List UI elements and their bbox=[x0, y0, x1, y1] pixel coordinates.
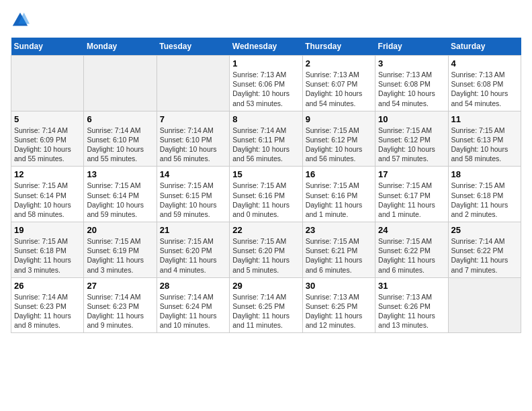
weekday-header-monday: Monday bbox=[84, 38, 157, 56]
logo bbox=[11, 11, 31, 30]
weekday-header-thursday: Thursday bbox=[302, 38, 375, 56]
day-number: 12 bbox=[14, 169, 81, 179]
day-number: 19 bbox=[14, 225, 81, 235]
day-number: 24 bbox=[378, 225, 445, 235]
day-info: Sunrise: 7:13 AM Sunset: 6:08 PM Dayligh… bbox=[451, 70, 518, 108]
day-info: Sunrise: 7:15 AM Sunset: 6:17 PM Dayligh… bbox=[378, 181, 445, 219]
calendar-week-4: 19Sunrise: 7:15 AM Sunset: 6:18 PM Dayli… bbox=[11, 222, 521, 278]
day-number: 11 bbox=[451, 114, 518, 124]
calendar-week-2: 5Sunrise: 7:14 AM Sunset: 6:09 PM Daylig… bbox=[11, 111, 521, 167]
calendar-cell: 12Sunrise: 7:15 AM Sunset: 6:14 PM Dayli… bbox=[11, 167, 84, 222]
calendar-table: SundayMondayTuesdayWednesdayThursdayFrid… bbox=[11, 38, 521, 333]
day-info: Sunrise: 7:14 AM Sunset: 6:22 PM Dayligh… bbox=[451, 236, 518, 275]
day-info: Sunrise: 7:14 AM Sunset: 6:25 PM Dayligh… bbox=[232, 292, 299, 330]
calendar-cell: 6Sunrise: 7:14 AM Sunset: 6:10 PM Daylig… bbox=[84, 111, 157, 167]
day-number: 13 bbox=[87, 169, 153, 179]
calendar-cell: 7Sunrise: 7:14 AM Sunset: 6:10 PM Daylig… bbox=[157, 111, 229, 167]
day-number: 23 bbox=[306, 225, 372, 235]
day-info: Sunrise: 7:14 AM Sunset: 6:23 PM Dayligh… bbox=[87, 292, 153, 330]
calendar-cell: 31Sunrise: 7:13 AM Sunset: 6:26 PM Dayli… bbox=[375, 277, 448, 333]
calendar-cell bbox=[157, 56, 229, 111]
page-header bbox=[11, 11, 521, 30]
day-number: 27 bbox=[87, 281, 153, 291]
calendar-cell: 27Sunrise: 7:14 AM Sunset: 6:23 PM Dayli… bbox=[84, 277, 157, 333]
day-number: 16 bbox=[306, 169, 372, 179]
calendar-cell: 13Sunrise: 7:15 AM Sunset: 6:14 PM Dayli… bbox=[84, 167, 157, 222]
day-number: 31 bbox=[378, 281, 445, 291]
day-info: Sunrise: 7:15 AM Sunset: 6:21 PM Dayligh… bbox=[306, 236, 372, 275]
calendar-cell: 8Sunrise: 7:14 AM Sunset: 6:11 PM Daylig… bbox=[230, 111, 302, 167]
calendar-week-1: 1Sunrise: 7:13 AM Sunset: 6:06 PM Daylig… bbox=[11, 56, 521, 111]
calendar-cell: 30Sunrise: 7:13 AM Sunset: 6:25 PM Dayli… bbox=[302, 277, 375, 333]
day-info: Sunrise: 7:13 AM Sunset: 6:06 PM Dayligh… bbox=[232, 70, 299, 108]
day-info: Sunrise: 7:14 AM Sunset: 6:10 PM Dayligh… bbox=[87, 126, 153, 164]
day-info: Sunrise: 7:15 AM Sunset: 6:18 PM Dayligh… bbox=[14, 236, 81, 275]
day-info: Sunrise: 7:15 AM Sunset: 6:14 PM Dayligh… bbox=[14, 181, 81, 219]
day-number: 22 bbox=[232, 225, 299, 235]
calendar-cell bbox=[448, 277, 521, 333]
calendar-cell bbox=[84, 56, 157, 111]
weekday-header-wednesday: Wednesday bbox=[230, 38, 302, 56]
day-number: 3 bbox=[378, 58, 445, 68]
calendar-cell: 18Sunrise: 7:15 AM Sunset: 6:18 PM Dayli… bbox=[448, 167, 521, 222]
day-number: 15 bbox=[232, 169, 299, 179]
day-number: 4 bbox=[451, 58, 518, 68]
day-number: 20 bbox=[87, 225, 153, 235]
calendar-cell: 29Sunrise: 7:14 AM Sunset: 6:25 PM Dayli… bbox=[230, 277, 302, 333]
calendar-week-5: 26Sunrise: 7:14 AM Sunset: 6:23 PM Dayli… bbox=[11, 277, 521, 333]
day-number: 5 bbox=[14, 114, 81, 124]
day-info: Sunrise: 7:15 AM Sunset: 6:16 PM Dayligh… bbox=[306, 181, 372, 219]
day-info: Sunrise: 7:13 AM Sunset: 6:07 PM Dayligh… bbox=[306, 70, 372, 108]
calendar-cell: 9Sunrise: 7:15 AM Sunset: 6:12 PM Daylig… bbox=[302, 111, 375, 167]
day-info: Sunrise: 7:15 AM Sunset: 6:13 PM Dayligh… bbox=[451, 126, 518, 164]
weekday-header-sunday: Sunday bbox=[11, 38, 84, 56]
weekday-header-tuesday: Tuesday bbox=[157, 38, 229, 56]
day-number: 1 bbox=[232, 58, 299, 68]
day-info: Sunrise: 7:14 AM Sunset: 6:11 PM Dayligh… bbox=[232, 126, 299, 164]
day-info: Sunrise: 7:15 AM Sunset: 6:16 PM Dayligh… bbox=[232, 181, 299, 219]
day-number: 28 bbox=[160, 281, 226, 291]
calendar-cell: 17Sunrise: 7:15 AM Sunset: 6:17 PM Dayli… bbox=[375, 167, 448, 222]
calendar-cell: 4Sunrise: 7:13 AM Sunset: 6:08 PM Daylig… bbox=[448, 56, 521, 111]
day-number: 8 bbox=[232, 114, 299, 124]
weekday-header-friday: Friday bbox=[375, 38, 448, 56]
day-info: Sunrise: 7:15 AM Sunset: 6:15 PM Dayligh… bbox=[160, 181, 226, 219]
day-number: 7 bbox=[160, 114, 226, 124]
calendar-cell: 15Sunrise: 7:15 AM Sunset: 6:16 PM Dayli… bbox=[230, 167, 302, 222]
day-number: 26 bbox=[14, 281, 81, 291]
day-info: Sunrise: 7:15 AM Sunset: 6:18 PM Dayligh… bbox=[451, 181, 518, 219]
day-number: 10 bbox=[378, 114, 445, 124]
day-number: 6 bbox=[87, 114, 153, 124]
day-number: 21 bbox=[160, 225, 226, 235]
weekday-header-saturday: Saturday bbox=[448, 38, 521, 56]
day-number: 2 bbox=[306, 58, 372, 68]
calendar-cell: 21Sunrise: 7:15 AM Sunset: 6:20 PM Dayli… bbox=[157, 222, 229, 278]
day-info: Sunrise: 7:15 AM Sunset: 6:12 PM Dayligh… bbox=[306, 126, 372, 164]
calendar-cell bbox=[11, 56, 84, 111]
calendar-cell: 20Sunrise: 7:15 AM Sunset: 6:19 PM Dayli… bbox=[84, 222, 157, 278]
day-info: Sunrise: 7:14 AM Sunset: 6:09 PM Dayligh… bbox=[14, 126, 81, 164]
day-info: Sunrise: 7:15 AM Sunset: 6:22 PM Dayligh… bbox=[378, 236, 445, 275]
day-info: Sunrise: 7:13 AM Sunset: 6:26 PM Dayligh… bbox=[378, 292, 445, 330]
day-info: Sunrise: 7:13 AM Sunset: 6:08 PM Dayligh… bbox=[378, 70, 445, 108]
day-number: 18 bbox=[451, 169, 518, 179]
day-info: Sunrise: 7:14 AM Sunset: 6:10 PM Dayligh… bbox=[160, 126, 226, 164]
day-info: Sunrise: 7:15 AM Sunset: 6:12 PM Dayligh… bbox=[378, 126, 445, 164]
calendar-cell: 24Sunrise: 7:15 AM Sunset: 6:22 PM Dayli… bbox=[375, 222, 448, 278]
day-number: 14 bbox=[160, 169, 226, 179]
day-number: 25 bbox=[451, 225, 518, 235]
day-info: Sunrise: 7:15 AM Sunset: 6:14 PM Dayligh… bbox=[87, 181, 153, 219]
calendar-cell: 14Sunrise: 7:15 AM Sunset: 6:15 PM Dayli… bbox=[157, 167, 229, 222]
calendar-cell: 28Sunrise: 7:14 AM Sunset: 6:24 PM Dayli… bbox=[157, 277, 229, 333]
day-info: Sunrise: 7:15 AM Sunset: 6:19 PM Dayligh… bbox=[87, 236, 153, 275]
day-info: Sunrise: 7:15 AM Sunset: 6:20 PM Dayligh… bbox=[160, 236, 226, 275]
weekday-header-row: SundayMondayTuesdayWednesdayThursdayFrid… bbox=[11, 38, 521, 56]
calendar-cell: 3Sunrise: 7:13 AM Sunset: 6:08 PM Daylig… bbox=[375, 56, 448, 111]
calendar-cell: 10Sunrise: 7:15 AM Sunset: 6:12 PM Dayli… bbox=[375, 111, 448, 167]
day-number: 29 bbox=[232, 281, 299, 291]
calendar-cell: 22Sunrise: 7:15 AM Sunset: 6:20 PM Dayli… bbox=[230, 222, 302, 278]
logo-icon bbox=[11, 11, 30, 30]
calendar-cell: 25Sunrise: 7:14 AM Sunset: 6:22 PM Dayli… bbox=[448, 222, 521, 278]
day-info: Sunrise: 7:14 AM Sunset: 6:24 PM Dayligh… bbox=[160, 292, 226, 330]
calendar-cell: 2Sunrise: 7:13 AM Sunset: 6:07 PM Daylig… bbox=[302, 56, 375, 111]
